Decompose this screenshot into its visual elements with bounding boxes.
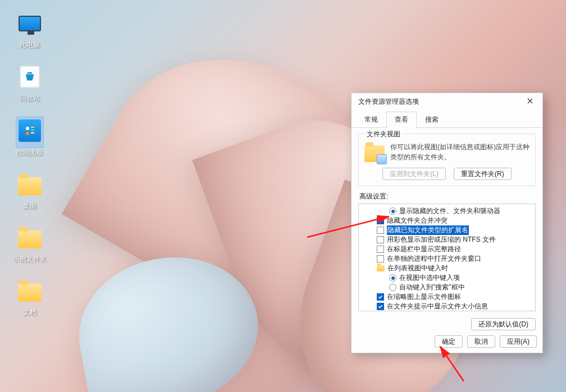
radio-icon: [389, 284, 396, 291]
tree-row-label: 隐藏文件夹合并冲突: [387, 216, 448, 225]
advanced-label: 高级设置:: [359, 192, 535, 201]
tree-row-label: 自动键入到"搜索"框中: [399, 283, 465, 292]
tree-row[interactable]: 用彩色显示加密或压缩的 NTFS 文件: [359, 235, 535, 245]
checkbox-icon: [377, 236, 384, 243]
tree-row-label: 用彩色显示加密或压缩的 NTFS 文件: [387, 235, 496, 245]
cancel-button[interactable]: 取消: [467, 335, 495, 348]
checkbox-icon: [377, 217, 384, 224]
tabs: 常规 查看 搜索: [352, 111, 542, 128]
desktop-icon-folder-desktop[interactable]: 桌面: [9, 171, 51, 211]
desktop-icon-label: 示例文件夹: [9, 255, 51, 264]
folder-icon: [377, 265, 385, 271]
desktop-icon-label: 桌面: [9, 201, 51, 211]
folder-icon: [17, 279, 42, 303]
apply-to-folders-button[interactable]: 应用到文件夹(L): [382, 168, 446, 180]
folder-options-dialog: 文件资源管理器选项 常规 查看 搜索 文件夹视图 你可以将此视图(如详细信息或图…: [351, 93, 543, 353]
tree-row-label: 隐藏已知文件类型的扩展名: [387, 225, 469, 235]
desktop-icon-label: 文档: [9, 308, 51, 317]
dialog-footer: 确定 取消 应用(A): [352, 330, 542, 353]
advanced-settings-tree[interactable]: 显示隐藏的文件、文件夹和驱动器隐藏文件夹合并冲突隐藏已知文件类型的扩展名用彩色显…: [358, 204, 536, 311]
restore-defaults-button[interactable]: 还原为默认值(D): [471, 318, 536, 330]
apply-button[interactable]: 应用(A): [500, 335, 537, 348]
controlpanel-icon: [17, 118, 42, 143]
desktop-icon-label: 此电脑: [9, 40, 51, 50]
desktop-icon-label: 回收站: [9, 94, 51, 103]
radio-icon: [389, 207, 396, 215]
desktop-icon-folder-example[interactable]: 示例文件夹: [9, 224, 51, 264]
close-icon: [527, 98, 533, 105]
tree-row-label: 在单独的进程中打开文件夹窗口: [387, 254, 481, 264]
desktop-icon-control-panel[interactable]: 控制面板: [9, 117, 51, 158]
svg-rect-1: [31, 127, 34, 128]
checkbox-icon: [377, 227, 384, 234]
tree-row-label: 在列表视图中键入时: [387, 264, 448, 273]
desktop-icon-label: 控制面板: [9, 148, 51, 158]
tree-row-label: 在缩略图上显示文件图标: [387, 292, 461, 302]
svg-rect-2: [31, 130, 34, 131]
svg-point-0: [26, 127, 29, 130]
tree-row[interactable]: 隐藏文件夹合并冲突: [359, 216, 535, 225]
titlebar: 文件资源管理器选项: [352, 93, 542, 110]
checkbox-icon: [377, 293, 384, 301]
dialog-title: 文件资源管理器选项: [358, 97, 419, 107]
monitor-icon: [17, 11, 42, 36]
tab-view[interactable]: 查看: [386, 112, 417, 128]
tree-row[interactable]: 在视图中选中键入项: [359, 273, 535, 283]
tree-row-label: 在标题栏中显示完整路径: [387, 245, 461, 254]
ok-button[interactable]: 确定: [435, 335, 463, 348]
tree-row[interactable]: 在单独的进程中打开文件夹窗口: [359, 254, 535, 264]
radio-icon: [389, 274, 396, 282]
close-button[interactable]: [522, 95, 538, 108]
folder-icon: [17, 172, 42, 197]
folder-views-text: 你可以将此视图(如详细信息或图标)应用于这种类型的所有文件夹。: [390, 142, 530, 162]
tree-row-label: 在文件夹提示中显示文件大小信息: [387, 302, 488, 311]
tree-row-label: 显示隐藏的文件、文件夹和驱动器: [399, 206, 500, 216]
tab-general[interactable]: 常规: [356, 112, 386, 128]
desktop-icon-folder-docs[interactable]: 文档: [9, 278, 51, 317]
svg-point-3: [26, 132, 29, 135]
tree-row[interactable]: 在列表视图中键入时: [359, 264, 535, 273]
tab-search[interactable]: 搜索: [417, 112, 447, 128]
reset-folders-button[interactable]: 重置文件夹(R): [454, 168, 512, 180]
svg-rect-4: [31, 132, 34, 133]
checkbox-icon: [377, 303, 384, 310]
folder-icon: [17, 225, 42, 250]
checkbox-icon: [377, 246, 384, 253]
tree-row[interactable]: 显示隐藏的文件、文件夹和驱动器: [359, 206, 535, 216]
tree-row[interactable]: 在标题栏中显示完整路径: [359, 245, 535, 254]
folder-views-icon: [364, 145, 385, 162]
tree-row[interactable]: 在文件夹提示中显示文件大小信息: [359, 302, 535, 311]
tree-row[interactable]: 自动键入到"搜索"框中: [359, 283, 535, 292]
folder-views-group: 文件夹视图 你可以将此视图(如详细信息或图标)应用于这种类型的所有文件夹。 应用…: [358, 133, 536, 186]
checkbox-icon: [377, 255, 384, 262]
recycle-icon: [17, 64, 42, 89]
tree-row-label: 在视图中选中键入项: [399, 273, 460, 283]
group-legend: 文件夹视图: [364, 130, 403, 139]
tree-row[interactable]: 在缩略图上显示文件图标: [359, 292, 535, 302]
desktop-icon-recycle[interactable]: 回收站: [9, 63, 51, 103]
tree-row[interactable]: 隐藏已知文件类型的扩展名: [359, 225, 535, 235]
desktop-icon-pc[interactable]: 此电脑: [9, 10, 51, 50]
